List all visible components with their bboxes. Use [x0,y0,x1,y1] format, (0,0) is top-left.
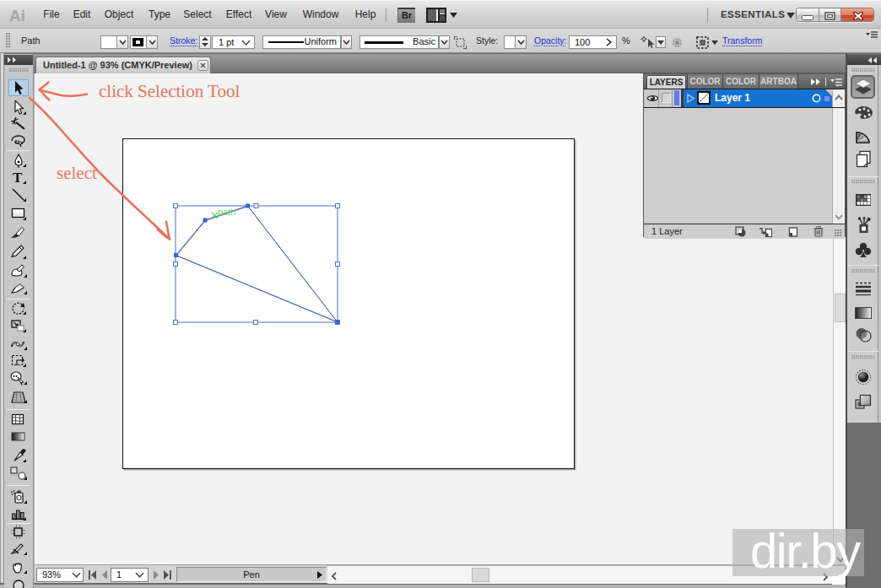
svg-text:click Selection Tool: click Selection Tool [99,81,240,101]
svg-text:path: path [218,207,235,217]
svg-text:select: select [57,163,97,183]
